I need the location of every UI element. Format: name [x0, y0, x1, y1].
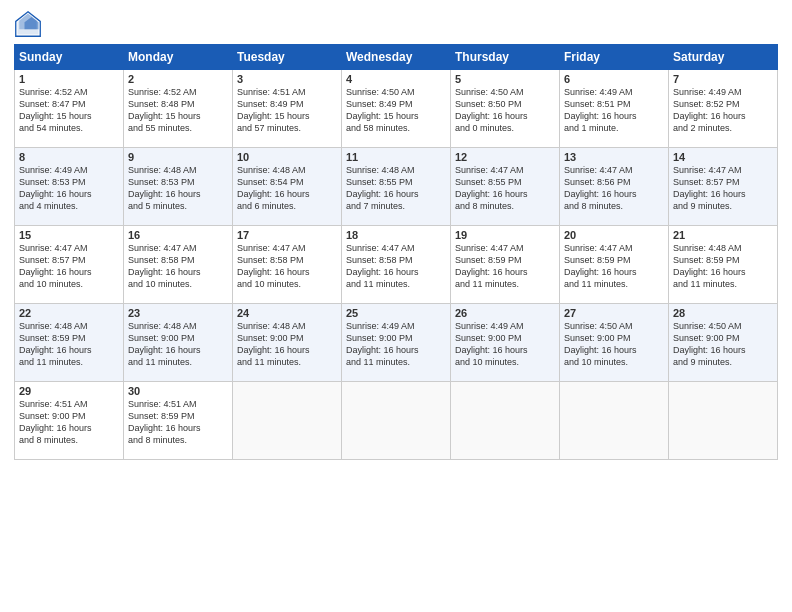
day-info: Sunrise: 4:51 AM Sunset: 9:00 PM Dayligh… [19, 398, 119, 447]
day-number: 24 [237, 307, 337, 319]
calendar-cell: 16Sunrise: 4:47 AM Sunset: 8:58 PM Dayli… [124, 226, 233, 304]
calendar-cell: 2Sunrise: 4:52 AM Sunset: 8:48 PM Daylig… [124, 70, 233, 148]
calendar-cell: 14Sunrise: 4:47 AM Sunset: 8:57 PM Dayli… [669, 148, 778, 226]
calendar-cell: 20Sunrise: 4:47 AM Sunset: 8:59 PM Dayli… [560, 226, 669, 304]
day-info: Sunrise: 4:47 AM Sunset: 8:58 PM Dayligh… [237, 242, 337, 291]
day-number: 14 [673, 151, 773, 163]
calendar-cell: 15Sunrise: 4:47 AM Sunset: 8:57 PM Dayli… [15, 226, 124, 304]
day-number: 20 [564, 229, 664, 241]
day-info: Sunrise: 4:47 AM Sunset: 8:59 PM Dayligh… [564, 242, 664, 291]
day-number: 15 [19, 229, 119, 241]
day-number: 2 [128, 73, 228, 85]
day-number: 4 [346, 73, 446, 85]
calendar-cell: 18Sunrise: 4:47 AM Sunset: 8:58 PM Dayli… [342, 226, 451, 304]
calendar-week-row: 1Sunrise: 4:52 AM Sunset: 8:47 PM Daylig… [15, 70, 778, 148]
day-info: Sunrise: 4:48 AM Sunset: 8:59 PM Dayligh… [19, 320, 119, 369]
day-info: Sunrise: 4:49 AM Sunset: 8:53 PM Dayligh… [19, 164, 119, 213]
calendar-cell: 1Sunrise: 4:52 AM Sunset: 8:47 PM Daylig… [15, 70, 124, 148]
calendar-cell: 22Sunrise: 4:48 AM Sunset: 8:59 PM Dayli… [15, 304, 124, 382]
day-number: 25 [346, 307, 446, 319]
day-info: Sunrise: 4:48 AM Sunset: 9:00 PM Dayligh… [128, 320, 228, 369]
calendar-day-header: Sunday [15, 45, 124, 70]
page: SundayMondayTuesdayWednesdayThursdayFrid… [0, 0, 792, 612]
calendar-cell [560, 382, 669, 460]
calendar-day-header: Tuesday [233, 45, 342, 70]
day-number: 10 [237, 151, 337, 163]
day-number: 8 [19, 151, 119, 163]
logo [14, 10, 46, 38]
day-info: Sunrise: 4:50 AM Sunset: 9:00 PM Dayligh… [564, 320, 664, 369]
calendar-cell: 7Sunrise: 4:49 AM Sunset: 8:52 PM Daylig… [669, 70, 778, 148]
calendar-cell: 3Sunrise: 4:51 AM Sunset: 8:49 PM Daylig… [233, 70, 342, 148]
calendar-week-row: 8Sunrise: 4:49 AM Sunset: 8:53 PM Daylig… [15, 148, 778, 226]
calendar-week-row: 15Sunrise: 4:47 AM Sunset: 8:57 PM Dayli… [15, 226, 778, 304]
day-info: Sunrise: 4:49 AM Sunset: 8:52 PM Dayligh… [673, 86, 773, 135]
day-info: Sunrise: 4:47 AM Sunset: 8:58 PM Dayligh… [346, 242, 446, 291]
calendar-cell [669, 382, 778, 460]
day-number: 28 [673, 307, 773, 319]
calendar-cell: 6Sunrise: 4:49 AM Sunset: 8:51 PM Daylig… [560, 70, 669, 148]
calendar-cell: 9Sunrise: 4:48 AM Sunset: 8:53 PM Daylig… [124, 148, 233, 226]
calendar-cell: 17Sunrise: 4:47 AM Sunset: 8:58 PM Dayli… [233, 226, 342, 304]
calendar-cell [342, 382, 451, 460]
calendar-day-header: Saturday [669, 45, 778, 70]
day-number: 26 [455, 307, 555, 319]
day-info: Sunrise: 4:47 AM Sunset: 8:59 PM Dayligh… [455, 242, 555, 291]
calendar-cell [233, 382, 342, 460]
calendar-cell: 5Sunrise: 4:50 AM Sunset: 8:50 PM Daylig… [451, 70, 560, 148]
calendar-week-row: 22Sunrise: 4:48 AM Sunset: 8:59 PM Dayli… [15, 304, 778, 382]
day-number: 11 [346, 151, 446, 163]
calendar-cell: 30Sunrise: 4:51 AM Sunset: 8:59 PM Dayli… [124, 382, 233, 460]
day-number: 16 [128, 229, 228, 241]
calendar-cell: 8Sunrise: 4:49 AM Sunset: 8:53 PM Daylig… [15, 148, 124, 226]
day-number: 21 [673, 229, 773, 241]
day-info: Sunrise: 4:49 AM Sunset: 9:00 PM Dayligh… [346, 320, 446, 369]
calendar-cell: 24Sunrise: 4:48 AM Sunset: 9:00 PM Dayli… [233, 304, 342, 382]
day-info: Sunrise: 4:50 AM Sunset: 8:50 PM Dayligh… [455, 86, 555, 135]
day-number: 22 [19, 307, 119, 319]
calendar-cell: 10Sunrise: 4:48 AM Sunset: 8:54 PM Dayli… [233, 148, 342, 226]
day-number: 3 [237, 73, 337, 85]
day-number: 7 [673, 73, 773, 85]
calendar-day-header: Wednesday [342, 45, 451, 70]
calendar-cell: 12Sunrise: 4:47 AM Sunset: 8:55 PM Dayli… [451, 148, 560, 226]
day-info: Sunrise: 4:51 AM Sunset: 8:59 PM Dayligh… [128, 398, 228, 447]
day-info: Sunrise: 4:51 AM Sunset: 8:49 PM Dayligh… [237, 86, 337, 135]
day-number: 27 [564, 307, 664, 319]
calendar-header-row: SundayMondayTuesdayWednesdayThursdayFrid… [15, 45, 778, 70]
calendar-cell [451, 382, 560, 460]
day-info: Sunrise: 4:48 AM Sunset: 8:53 PM Dayligh… [128, 164, 228, 213]
calendar-table: SundayMondayTuesdayWednesdayThursdayFrid… [14, 44, 778, 460]
calendar-cell: 19Sunrise: 4:47 AM Sunset: 8:59 PM Dayli… [451, 226, 560, 304]
calendar-cell: 25Sunrise: 4:49 AM Sunset: 9:00 PM Dayli… [342, 304, 451, 382]
calendar-cell: 11Sunrise: 4:48 AM Sunset: 8:55 PM Dayli… [342, 148, 451, 226]
calendar-day-header: Friday [560, 45, 669, 70]
day-info: Sunrise: 4:50 AM Sunset: 9:00 PM Dayligh… [673, 320, 773, 369]
day-info: Sunrise: 4:47 AM Sunset: 8:57 PM Dayligh… [19, 242, 119, 291]
day-info: Sunrise: 4:47 AM Sunset: 8:56 PM Dayligh… [564, 164, 664, 213]
day-number: 13 [564, 151, 664, 163]
calendar-week-row: 29Sunrise: 4:51 AM Sunset: 9:00 PM Dayli… [15, 382, 778, 460]
calendar-cell: 4Sunrise: 4:50 AM Sunset: 8:49 PM Daylig… [342, 70, 451, 148]
day-number: 5 [455, 73, 555, 85]
day-info: Sunrise: 4:48 AM Sunset: 9:00 PM Dayligh… [237, 320, 337, 369]
day-number: 18 [346, 229, 446, 241]
calendar-cell: 29Sunrise: 4:51 AM Sunset: 9:00 PM Dayli… [15, 382, 124, 460]
calendar-cell: 23Sunrise: 4:48 AM Sunset: 9:00 PM Dayli… [124, 304, 233, 382]
header [14, 10, 778, 38]
calendar-cell: 26Sunrise: 4:49 AM Sunset: 9:00 PM Dayli… [451, 304, 560, 382]
day-info: Sunrise: 4:48 AM Sunset: 8:59 PM Dayligh… [673, 242, 773, 291]
day-number: 17 [237, 229, 337, 241]
day-number: 1 [19, 73, 119, 85]
day-info: Sunrise: 4:52 AM Sunset: 8:47 PM Dayligh… [19, 86, 119, 135]
calendar-cell: 13Sunrise: 4:47 AM Sunset: 8:56 PM Dayli… [560, 148, 669, 226]
day-number: 23 [128, 307, 228, 319]
day-number: 30 [128, 385, 228, 397]
day-info: Sunrise: 4:47 AM Sunset: 8:58 PM Dayligh… [128, 242, 228, 291]
day-info: Sunrise: 4:49 AM Sunset: 8:51 PM Dayligh… [564, 86, 664, 135]
calendar-cell: 28Sunrise: 4:50 AM Sunset: 9:00 PM Dayli… [669, 304, 778, 382]
day-number: 12 [455, 151, 555, 163]
calendar-cell: 27Sunrise: 4:50 AM Sunset: 9:00 PM Dayli… [560, 304, 669, 382]
day-info: Sunrise: 4:50 AM Sunset: 8:49 PM Dayligh… [346, 86, 446, 135]
day-info: Sunrise: 4:48 AM Sunset: 8:55 PM Dayligh… [346, 164, 446, 213]
